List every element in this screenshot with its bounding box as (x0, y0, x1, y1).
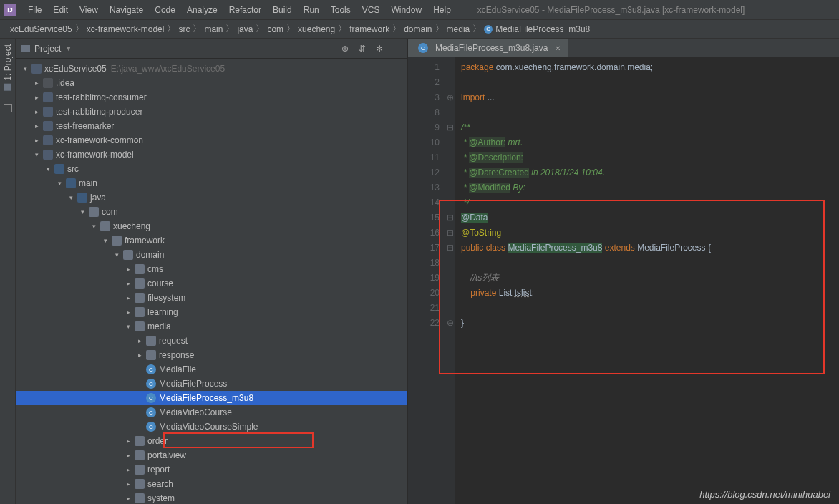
tree-label: search (147, 479, 173, 489)
chevron-right-icon[interactable]: ▸ (125, 437, 132, 445)
menu-run[interactable]: Run (299, 4, 324, 16)
menu-file[interactable]: File (23, 4, 47, 16)
tree-row[interactable]: MediaVideoCourse (16, 405, 407, 420)
chevron-down-icon[interactable]: ▾ (102, 237, 109, 244)
tree-row[interactable]: ▸portalview (16, 448, 407, 462)
tree-row[interactable]: MediaVideoCourseSimple (16, 420, 407, 434)
scroll-from-source-icon[interactable]: ⊕ (341, 44, 349, 54)
tree-row[interactable]: ▸order (16, 434, 407, 448)
breadcrumb-item[interactable]: xuecheng (295, 24, 338, 34)
menu-navigate[interactable]: Navigate (105, 4, 148, 16)
project-tree[interactable]: ▾xcEduService05E:\java_www\xcEduService0… (16, 59, 407, 504)
chevron-right-icon: 〉 (193, 23, 201, 35)
minimize-icon[interactable]: — (393, 44, 402, 54)
chevron-right-icon[interactable]: ▸ (125, 452, 132, 459)
chevron-down-icon[interactable]: ▾ (113, 251, 120, 258)
tree-row[interactable]: ▸test-rabbitmq-producer (16, 105, 407, 119)
sidebar-tab-structure-icon[interactable] (4, 104, 12, 112)
tree-row[interactable]: ▸cms (16, 262, 407, 276)
breadcrumb-item[interactable]: src (175, 24, 193, 34)
breadcrumb-item[interactable]: main (201, 24, 225, 34)
tree-row[interactable]: ▾xc-framework-model (16, 147, 407, 162)
tree-row[interactable]: MediaFile (16, 362, 407, 377)
chevron-right-icon[interactable]: ▸ (33, 137, 40, 144)
breadcrumb-item[interactable]: framework (346, 24, 392, 34)
menu-analyze[interactable]: Analyze (182, 4, 223, 16)
chevron-right-icon[interactable]: ▸ (33, 79, 40, 87)
chevron-down-icon[interactable]: ▾ (56, 180, 63, 187)
chevron-right-icon[interactable]: ▸ (33, 108, 40, 115)
close-icon[interactable]: ✕ (555, 44, 561, 52)
chevron-right-icon[interactable]: ▸ (125, 309, 132, 316)
chevron-right-icon[interactable]: ▸ (125, 466, 132, 473)
editor-tab-active[interactable]: MediaFileProcess_m3u8.java ✕ (408, 39, 568, 57)
folder-icon (21, 45, 30, 52)
code-content[interactable]: package com.xuecheng.framework.domain.me… (455, 57, 839, 504)
sidebar-tab-project[interactable]: 1: Project (3, 44, 13, 91)
module-icon (43, 121, 53, 131)
tree-row[interactable]: ▸course (16, 276, 407, 291)
tree-row[interactable]: ▸request (16, 334, 407, 348)
tree-row[interactable]: ▸search (16, 477, 407, 491)
chevron-right-icon[interactable]: ▸ (136, 352, 143, 359)
chevron-right-icon[interactable]: ▸ (125, 294, 132, 301)
chevron-right-icon[interactable]: ▸ (125, 480, 132, 488)
chevron-right-icon[interactable]: ▸ (125, 266, 132, 273)
chevron-right-icon[interactable]: ▸ (125, 495, 132, 502)
chevron-down-icon[interactable]: ▾ (79, 208, 86, 215)
menu-tools[interactable]: Tools (326, 4, 356, 16)
gear-icon[interactable]: ✻ (376, 44, 383, 54)
menu-help[interactable]: Help (428, 4, 456, 16)
chevron-down-icon[interactable]: ▾ (44, 165, 52, 173)
breadcrumb-item[interactable]: media (444, 24, 473, 34)
chevron-down-icon[interactable]: ▾ (33, 151, 40, 158)
tree-row[interactable]: ▸test-freemarker (16, 119, 407, 133)
chevron-right-icon[interactable]: ▸ (33, 122, 40, 130)
project-panel-title[interactable]: Project ▼ (21, 44, 72, 54)
tree-row[interactable]: ▸xc-framework-common (16, 133, 407, 147)
code-editor[interactable]: 123 8 910111213141516171819202122 ⊕⊟⊟⊟⊟⊖… (408, 57, 839, 504)
breadcrumb-item[interactable]: java (234, 24, 256, 34)
tree-row[interactable]: ▸filesystem (16, 291, 407, 305)
chevron-right-icon[interactable]: ▸ (136, 337, 143, 344)
menu-edit[interactable]: Edit (48, 4, 73, 16)
tree-row[interactable]: ▸.idea (16, 76, 407, 90)
tree-row[interactable]: ▸test-rabbitmq-consumer (16, 90, 407, 105)
breadcrumb-item[interactable]: com (264, 24, 286, 34)
tree-row[interactable]: ▾xuecheng (16, 219, 407, 233)
breadcrumb-item[interactable]: xcEduService05 (7, 24, 75, 34)
tree-row[interactable]: MediaFileProcess_m3u8 (16, 391, 407, 405)
tree-row[interactable]: ▾main (16, 176, 407, 190)
menu-view[interactable]: View (74, 4, 103, 16)
tree-row[interactable]: ▾framework (16, 233, 407, 248)
breadcrumb-item[interactable]: xc-framework-model (84, 24, 168, 34)
tree-row[interactable]: ▸system (16, 491, 407, 504)
menu-window[interactable]: Window (386, 4, 427, 16)
menu-build[interactable]: Build (268, 4, 297, 16)
chevron-right-icon[interactable]: ▸ (125, 280, 132, 287)
collapse-all-icon[interactable]: ⇵ (359, 44, 366, 54)
chevron-down-icon[interactable]: ▾ (90, 223, 97, 230)
tree-row[interactable]: ▾com (16, 205, 407, 219)
menu-refactor[interactable]: Refactor (224, 4, 266, 16)
tree-label: main (79, 178, 97, 188)
chevron-down-icon[interactable]: ▾ (21, 65, 29, 72)
menu-code[interactable]: Code (150, 4, 180, 16)
tree-row[interactable]: ▸report (16, 462, 407, 477)
chevron-down-icon[interactable]: ▾ (67, 194, 74, 201)
tree-row[interactable]: ▾java (16, 190, 407, 205)
breadcrumb-item[interactable]: domain (401, 24, 435, 34)
menu-vcs[interactable]: VCS (357, 4, 385, 16)
tree-row[interactable]: ▸response (16, 348, 407, 362)
chevron-down-icon[interactable]: ▾ (125, 323, 132, 330)
tree-label: domain (136, 250, 164, 260)
chevron-right-icon[interactable]: ▸ (33, 94, 40, 101)
breadcrumb-item[interactable]: C MediaFileProcess_m3u8 (481, 24, 593, 34)
tree-row[interactable]: ▾src (16, 162, 407, 176)
tree-row[interactable]: ▸learning (16, 305, 407, 319)
tree-label: test-rabbitmq-consumer (56, 92, 147, 102)
tree-row[interactable]: MediaFileProcess (16, 377, 407, 391)
tree-row[interactable]: ▾xcEduService05E:\java_www\xcEduService0… (16, 62, 407, 76)
tree-row[interactable]: ▾media (16, 319, 407, 334)
tree-row[interactable]: ▾domain (16, 248, 407, 262)
